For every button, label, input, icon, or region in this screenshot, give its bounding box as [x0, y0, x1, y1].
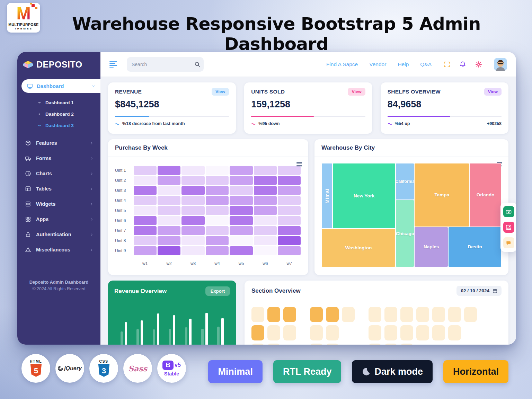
heatmap-cell[interactable] [230, 246, 252, 255]
section-grid-cell[interactable] [464, 307, 477, 322]
view-button[interactable]: View [348, 88, 365, 96]
revenue-bar[interactable] [141, 320, 143, 345]
heatmap-cell[interactable] [230, 176, 252, 185]
sidebar-item-miscellaneous[interactable]: Miscellaneous [17, 242, 100, 257]
section-grid-cell[interactable] [267, 307, 280, 322]
tool-button-chat-icon[interactable] [503, 237, 514, 248]
gear-icon[interactable] [475, 61, 482, 68]
heatmap-cell[interactable] [278, 226, 301, 235]
heatmap-cell[interactable] [134, 196, 157, 205]
treemap-block-new-york[interactable]: New York [332, 163, 396, 229]
heatmap-cell[interactable] [230, 236, 252, 245]
sidebar-subitem-dashboard-2[interactable]: Dashboard 2 [17, 108, 100, 120]
section-grid-cell[interactable] [251, 307, 264, 322]
treemap-block-chicago[interactable]: Chicago [396, 200, 414, 267]
heatmap-cell[interactable] [206, 176, 229, 185]
heatmap-cell[interactable] [181, 196, 204, 205]
heatmap-cell[interactable] [158, 166, 180, 175]
heatmap-cell[interactable] [254, 226, 277, 235]
treemap-block-washington[interactable]: Washington [321, 229, 396, 267]
heatmap-cell[interactable] [206, 186, 229, 195]
section-grid-cell[interactable] [400, 325, 413, 340]
menu-toggle-icon[interactable] [109, 60, 117, 69]
section-grid-cell[interactable] [448, 307, 461, 322]
treemap-block-california[interactable]: California [396, 163, 414, 200]
heatmap-cell[interactable] [230, 206, 252, 215]
revenue-bar[interactable] [125, 322, 127, 345]
heatmap-cell[interactable] [158, 176, 180, 185]
sidebar-subitem-dashboard-3[interactable]: Dashboard 3 [17, 120, 100, 131]
section-grid-cell[interactable] [369, 325, 381, 340]
view-button[interactable]: View [212, 88, 229, 96]
revenue-bar[interactable] [173, 315, 175, 345]
treemap-block-tampa[interactable]: Tampa [414, 163, 469, 227]
tool-button-cash-icon[interactable] [503, 206, 514, 217]
section-grid-cell[interactable] [369, 344, 381, 345]
sidebar-subitem-dashboard-1[interactable]: Dashboard 1 [17, 97, 100, 108]
user-avatar[interactable] [494, 58, 507, 71]
date-picker[interactable]: 02 / 10 / 2024 [456, 286, 502, 296]
heatmap-cell[interactable] [254, 176, 277, 185]
heatmap-cell[interactable] [254, 236, 277, 245]
heatmap-cell[interactable] [254, 206, 277, 215]
search-icon[interactable] [194, 61, 200, 67]
heatmap-cell[interactable] [206, 206, 229, 215]
section-grid-cell[interactable] [326, 344, 339, 345]
heatmap-cell[interactable] [206, 216, 229, 225]
heatmap-cell[interactable] [181, 246, 204, 255]
heatmap-cell[interactable] [181, 226, 204, 235]
heatmap-cell[interactable] [278, 176, 301, 185]
heatmap-cell[interactable] [278, 236, 301, 245]
section-grid-cell[interactable] [267, 325, 280, 340]
heatmap-cell[interactable] [158, 196, 180, 205]
section-grid-cell[interactable] [310, 344, 323, 345]
treemap-block-orlando[interactable]: Orlando [469, 163, 502, 227]
section-grid-cell[interactable] [416, 325, 429, 340]
sidebar-item-apps[interactable]: Apps [17, 212, 100, 227]
heatmap-cell[interactable] [134, 236, 157, 245]
heatmap-cell[interactable] [206, 166, 229, 175]
section-grid-cell[interactable] [432, 307, 445, 322]
heatmap-cell[interactable] [230, 186, 252, 195]
section-grid-cell[interactable] [251, 344, 264, 345]
section-grid-cell[interactable] [369, 307, 381, 322]
heatmap-cell[interactable] [181, 236, 204, 245]
sidebar-item-forms[interactable]: Forms [17, 151, 100, 166]
section-grid-cell[interactable] [283, 307, 296, 322]
export-button[interactable]: Export [205, 286, 230, 296]
section-grid-cell[interactable] [400, 344, 413, 345]
heatmap-cell[interactable] [158, 206, 180, 215]
heatmap-cell[interactable] [158, 216, 180, 225]
heatmap-cell[interactable] [230, 216, 252, 225]
section-grid-cell[interactable] [310, 325, 323, 340]
heatmap-cell[interactable] [254, 166, 277, 175]
heatmap-cell[interactable] [158, 226, 180, 235]
revenue-bar[interactable] [189, 319, 192, 345]
heatmap-cell[interactable] [134, 186, 157, 195]
section-grid-cell[interactable] [267, 344, 280, 345]
section-grid-cell[interactable] [384, 307, 397, 322]
section-grid-cell[interactable] [310, 307, 323, 322]
heatmap-cell[interactable] [230, 196, 252, 205]
section-grid-cell[interactable] [400, 307, 413, 322]
search-icon[interactable] [194, 61, 200, 67]
heatmap-cell[interactable] [278, 196, 301, 205]
revenue-bar[interactable] [221, 318, 224, 345]
heatmap-cell[interactable] [134, 166, 157, 175]
topnav-link-vendor[interactable]: Vendor [369, 61, 386, 68]
heatmap-cell[interactable] [206, 226, 229, 235]
section-grid-cell[interactable] [448, 325, 461, 340]
treemap-block-mimai[interactable]: Mimai [321, 163, 332, 229]
tool-button-image-icon[interactable] [503, 222, 514, 233]
sidebar-item-tables[interactable]: Tables [17, 181, 100, 196]
heatmap-cell[interactable] [181, 176, 204, 185]
section-grid-cell[interactable] [432, 325, 445, 340]
topnav-link-help[interactable]: Help [398, 61, 409, 68]
heatmap-cell[interactable] [206, 246, 229, 255]
section-grid-cell[interactable] [326, 325, 339, 340]
sidebar-item-authentication[interactable]: Authentication [17, 227, 100, 242]
heatmap-cell[interactable] [254, 196, 277, 205]
heatmap-cell[interactable] [158, 186, 180, 195]
heatmap-cell[interactable] [230, 226, 252, 235]
sidebar-item-dashboard[interactable]: Dashboard [21, 79, 100, 93]
